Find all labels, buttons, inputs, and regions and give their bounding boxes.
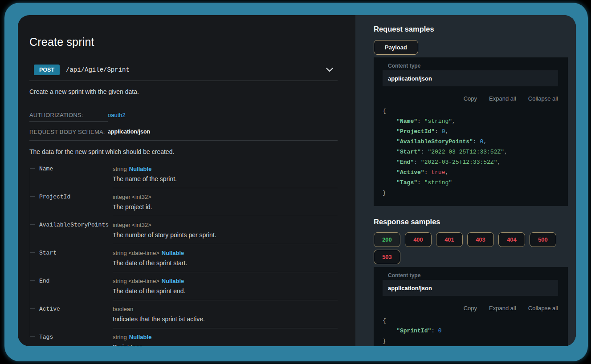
field-description: Sprint tags. <box>113 344 338 347</box>
field-row-active: Active boolean Indicates that the sprint… <box>29 300 338 328</box>
content-type-label: Content type <box>388 272 558 279</box>
field-nullable: Nullable <box>129 166 152 172</box>
field-type: integer <int32> <box>113 222 151 228</box>
http-method-badge: POST <box>34 65 60 75</box>
page-title: Create sprint <box>29 36 338 49</box>
response-json-code: { "SprintId": 0} <box>383 315 558 346</box>
expand-all-button[interactable]: Expand all <box>489 305 516 311</box>
tree-connector <box>29 300 39 328</box>
field-row-tags: Tags stringNullable Sprint tags. <box>29 328 338 347</box>
copy-button[interactable]: Copy <box>464 305 477 311</box>
code-actions: Copy Expand all Collapse all <box>383 305 558 311</box>
status-tab-403[interactable]: 403 <box>467 232 494 247</box>
oauth2-link[interactable]: oauth2 <box>108 112 126 118</box>
expand-all-button[interactable]: Expand all <box>489 95 516 102</box>
field-type: string <box>113 166 127 172</box>
field-type: string <box>113 334 127 340</box>
field-row-projectid: ProjectId integer <int32> The project id… <box>29 188 338 216</box>
field-row-availablestorypoints: AvailableStoryPoints integer <int32> The… <box>29 216 338 244</box>
field-description: The date of the sprint start. <box>113 259 338 267</box>
field-name: AvailableStoryPoints <box>39 216 113 244</box>
field-name: ProjectId <box>39 188 113 216</box>
field-name: End <box>39 272 113 300</box>
copy-button[interactable]: Copy <box>464 95 477 102</box>
tree-connector <box>29 328 39 347</box>
response-samples-title: Response samples <box>374 218 568 226</box>
response-status-tabs: 200 400 401 403 404 500 503 <box>374 232 565 264</box>
tree-connector <box>29 188 39 216</box>
field-name: Name <box>39 160 113 188</box>
field-type: string <date-time> <box>113 278 159 284</box>
divider <box>29 81 338 81</box>
response-sample-panel: Content type application/json Copy Expan… <box>374 267 568 346</box>
field-description: The name of the sprint. <box>113 175 338 182</box>
body-description: The data for the new sprint which should… <box>29 148 338 155</box>
doc-content: Create sprint POST /api/Agile/Sprint Cre… <box>18 15 355 346</box>
field-name: Active <box>39 300 113 328</box>
samples-sidebar: Request samples Payload Content type app… <box>355 15 576 346</box>
field-row-start: Start string <date-time>Nullable The dat… <box>29 244 338 272</box>
request-samples-title: Request samples <box>374 25 568 33</box>
field-description: The project id. <box>113 203 338 210</box>
status-tab-200[interactable]: 200 <box>374 232 400 247</box>
field-name: Start <box>39 244 113 272</box>
request-body-schema-row: REQUEST BODY SCHEMA: application/json <box>29 129 338 141</box>
field-name: Tags <box>39 328 113 347</box>
chevron-down-icon <box>326 68 333 72</box>
operation-description: Create a new sprint with the given data. <box>29 88 338 95</box>
tree-connector <box>29 244 39 272</box>
authorizations-label: AUTHORIZATIONS: <box>29 112 108 122</box>
field-row-end: End string <date-time>Nullable The date … <box>29 272 338 300</box>
field-nullable: Nullable <box>129 334 152 340</box>
field-description: The date of the sprint end. <box>113 287 338 295</box>
tree-connector <box>29 272 39 300</box>
collapse-all-button[interactable]: Collapse all <box>528 95 558 102</box>
field-nullable: Nullable <box>162 250 184 256</box>
content-type-select[interactable]: application/json <box>383 280 558 296</box>
api-doc-panel: Create sprint POST /api/Agile/Sprint Cre… <box>18 15 576 346</box>
tree-connector <box>29 216 39 244</box>
field-nullable: Nullable <box>162 278 184 284</box>
status-tab-503[interactable]: 503 <box>374 250 400 264</box>
field-description: Indicates that the sprint ist active. <box>113 315 338 323</box>
field-row-name: Name stringNullable The name of the spri… <box>29 160 338 188</box>
tree-connector <box>29 160 39 188</box>
field-description: The number of story points per sprint. <box>113 231 338 239</box>
authorizations-row: AUTHORIZATIONS: oauth2 <box>29 112 338 122</box>
field-type: integer <int32> <box>113 194 151 200</box>
field-type: boolean <box>113 306 133 312</box>
status-tab-401[interactable]: 401 <box>436 232 463 247</box>
request-json-code: { "Name": "string", "ProjectId": 0, "Ava… <box>383 106 558 198</box>
endpoint-header[interactable]: POST /api/Agile/Sprint <box>34 65 338 75</box>
content-type-label: Content type <box>388 63 558 69</box>
schema-content-type: application/json <box>108 129 150 135</box>
window-frame: Create sprint POST /api/Agile/Sprint Cre… <box>4 3 588 361</box>
endpoint-path: /api/Agile/Sprint <box>66 66 326 73</box>
status-tab-400[interactable]: 400 <box>405 232 432 247</box>
code-actions: Copy Expand all Collapse all <box>383 95 558 102</box>
schema-field-list: Name stringNullable The name of the spri… <box>29 160 338 347</box>
status-tab-404[interactable]: 404 <box>498 232 525 247</box>
content-type-select[interactable]: application/json <box>383 70 558 86</box>
schema-label: REQUEST BODY SCHEMA: <box>29 129 108 135</box>
field-type: string <date-time> <box>113 250 159 256</box>
status-tab-500[interactable]: 500 <box>530 232 556 247</box>
tab-payload[interactable]: Payload <box>374 40 418 55</box>
collapse-all-button[interactable]: Collapse all <box>528 305 558 311</box>
request-sample-panel: Content type application/json Copy Expan… <box>374 57 568 206</box>
